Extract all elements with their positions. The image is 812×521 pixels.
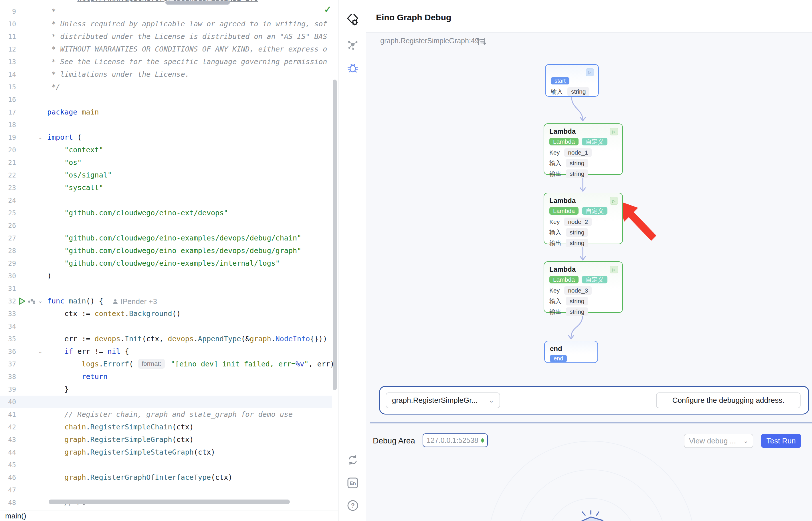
- code-line[interactable]: 34: [0, 320, 332, 333]
- code-line[interactable]: 35 err := devops.Init(ctx, devops.Append…: [0, 333, 332, 345]
- code-line[interactable]: 40: [0, 395, 332, 408]
- line-number: 29: [0, 257, 16, 270]
- code-line[interactable]: 15 */: [0, 81, 332, 93]
- code-line[interactable]: 27 "github.com/cloudwego/eino-examples/d…: [0, 232, 332, 245]
- line-number: 35: [0, 333, 16, 345]
- code-line[interactable]: 22 "os/signal": [0, 169, 332, 181]
- configure-address-button[interactable]: Configure the debugging address.: [656, 392, 801, 408]
- code-line[interactable]: 33 ctx := context.Background(): [0, 308, 332, 320]
- code-line[interactable]: 21 "os": [0, 156, 332, 169]
- code-line[interactable]: 38 return: [0, 370, 332, 383]
- code-line[interactable]: 12 * WITHOUT WARRANTIES OR CONDITIONS OF…: [0, 43, 332, 55]
- floating-scrollbar-pill[interactable]: [165, 1, 230, 5]
- node-type-badge: Lambda: [549, 276, 578, 284]
- line-number: 25: [0, 207, 16, 219]
- code-line[interactable]: 23 "syscall": [0, 181, 332, 194]
- fold-chevron-icon[interactable]: ⌄: [37, 131, 44, 144]
- code-line[interactable]: 19⌄import (: [0, 131, 332, 144]
- code-text: }: [47, 383, 69, 395]
- code-text: ctx := context.Background(): [47, 308, 181, 320]
- line-number: 19: [0, 131, 16, 144]
- line-number: 46: [0, 471, 16, 484]
- code-line[interactable]: 37 logs.Errorf( format: "[eino dev] init…: [0, 358, 332, 370]
- code-line[interactable]: 9 *: [0, 5, 332, 18]
- fold-chevron-icon[interactable]: ⌄: [37, 345, 44, 358]
- node-row-label: 输出: [549, 239, 562, 247]
- line-number: 40: [0, 395, 16, 408]
- vertical-scrollbar-thumb[interactable]: [333, 80, 337, 390]
- graph-select-dropdown[interactable]: graph.RegisterSimpleGr...⌄: [386, 392, 500, 408]
- profiler-icon[interactable]: [28, 298, 35, 304]
- code-text: "os": [47, 156, 81, 169]
- node-play-icon[interactable]: ▷: [586, 68, 594, 76]
- code-line[interactable]: 14 * limitations under the License.: [0, 68, 332, 81]
- code-line[interactable]: 13 * See the License for the specific la…: [0, 55, 332, 68]
- line-number: 26: [0, 219, 16, 232]
- code-line[interactable]: 20 "context": [0, 144, 332, 156]
- app-window: 9 *10 * Unless required by applicable la…: [0, 0, 812, 521]
- node-row-label: 输入: [551, 88, 563, 96]
- graph-node-start[interactable]: ▷start输入string: [545, 64, 599, 97]
- node-row-value: node_2: [564, 218, 592, 226]
- fold-chevron-icon[interactable]: ⌄: [37, 295, 44, 308]
- inline-parameter-hint: format:: [138, 359, 165, 369]
- code-line[interactable]: 41 // Register chain, graph and state_gr…: [0, 408, 332, 421]
- node-row-label: 输入: [549, 297, 562, 305]
- code-line[interactable]: 24: [0, 194, 332, 207]
- line-number: 16: [0, 93, 16, 106]
- code-line[interactable]: 31: [0, 282, 332, 295]
- node-row-value: string: [567, 87, 590, 96]
- breadcrumb-main[interactable]: main(): [5, 511, 26, 521]
- code-line[interactable]: 30): [0, 270, 332, 282]
- code-text: package main: [47, 106, 99, 118]
- line-number: 45: [0, 459, 16, 471]
- node-row: Keynode_2: [549, 218, 622, 226]
- code-text: "context": [47, 144, 103, 156]
- code-line[interactable]: 25 "github.com/cloudwego/eino-ext/devops…: [0, 207, 332, 219]
- node-title: Lambda: [549, 197, 622, 205]
- node-row: 输入string: [551, 87, 598, 96]
- node-custom-badge: 自定义: [582, 207, 607, 215]
- code-line[interactable]: 18: [0, 118, 332, 131]
- node-row-label: 输出: [549, 308, 562, 316]
- inspections-ok-icon[interactable]: ✓: [324, 4, 332, 15]
- code-text: return: [47, 370, 108, 383]
- graph-node-node_1[interactable]: ▷LambdaLambda自定义Keynode_1输入string输出strin…: [544, 123, 623, 175]
- code-line[interactable]: 29 "github.com/cloudwego/eino-examples/i…: [0, 257, 332, 270]
- line-number: 23: [0, 181, 16, 194]
- run-button[interactable]: [18, 297, 26, 305]
- graph-node-node_3[interactable]: ▷LambdaLambda自定义Keynode_3输入string输出strin…: [544, 262, 623, 313]
- code-line[interactable]: 10 * Unless required by applicable law o…: [0, 18, 332, 30]
- logo-icon: [346, 13, 360, 26]
- node-row-label: 输出: [549, 170, 562, 178]
- line-number: 14: [0, 68, 16, 81]
- code-line[interactable]: 11 * distributed under the License is di…: [0, 30, 332, 43]
- code-line[interactable]: 28 "github.com/cloudwego/eino-examples/d…: [0, 245, 332, 257]
- line-number: 36: [0, 345, 16, 358]
- code-line[interactable]: 16: [0, 93, 332, 106]
- line-number: 43: [0, 433, 16, 446]
- graph-nodes-icon[interactable]: [346, 38, 360, 52]
- code-line[interactable]: 36⌄ if err != nil {: [0, 345, 332, 358]
- line-number: 33: [0, 308, 16, 320]
- graph-node-node_2[interactable]: ▷LambdaLambda自定义Keynode_2输入string输出strin…: [544, 192, 623, 244]
- code-line[interactable]: 32⌄func main() { IPender +3: [0, 295, 332, 308]
- debug-bug-icon[interactable]: [346, 61, 360, 75]
- line-number: 34: [0, 320, 16, 333]
- code-line[interactable]: 17package main: [0, 106, 332, 118]
- code-line[interactable]: 26: [0, 219, 332, 232]
- code-vision-authors[interactable]: IPender +3: [112, 297, 157, 306]
- code-text: * Unless required by applicable law or a…: [47, 18, 327, 30]
- node-row: Keynode_1: [549, 148, 622, 157]
- code-line[interactable]: 39 }: [0, 383, 332, 395]
- node-row: 输入string: [549, 159, 622, 167]
- person-icon: [112, 299, 118, 305]
- node-row-value: node_1: [564, 148, 592, 157]
- line-number: 10: [0, 18, 16, 30]
- code-text: // Register chain, graph and state_graph…: [47, 408, 293, 421]
- sort-list-icon[interactable]: [477, 37, 486, 46]
- code-text: "os/signal": [47, 169, 112, 181]
- code-text: err := devops.Init(ctx, devops.AppendTyp…: [47, 333, 327, 345]
- code-text: ): [47, 270, 51, 282]
- graph-node-end[interactable]: endend: [544, 341, 598, 363]
